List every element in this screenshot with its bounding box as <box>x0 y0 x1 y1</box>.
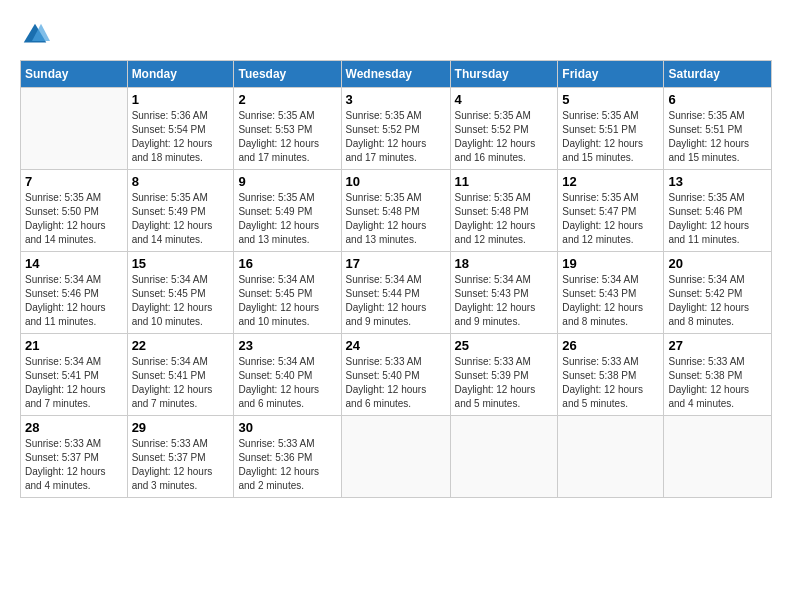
day-info: Sunrise: 5:35 AM Sunset: 5:53 PM Dayligh… <box>238 109 336 165</box>
calendar-cell: 5Sunrise: 5:35 AM Sunset: 5:51 PM Daylig… <box>558 88 664 170</box>
day-info: Sunrise: 5:34 AM Sunset: 5:45 PM Dayligh… <box>132 273 230 329</box>
calendar-cell: 23Sunrise: 5:34 AM Sunset: 5:40 PM Dayli… <box>234 334 341 416</box>
calendar-cell: 24Sunrise: 5:33 AM Sunset: 5:40 PM Dayli… <box>341 334 450 416</box>
calendar-cell <box>21 88 128 170</box>
calendar-cell: 26Sunrise: 5:33 AM Sunset: 5:38 PM Dayli… <box>558 334 664 416</box>
day-info: Sunrise: 5:35 AM Sunset: 5:52 PM Dayligh… <box>455 109 554 165</box>
page-header <box>20 20 772 50</box>
day-number: 9 <box>238 174 336 189</box>
day-info: Sunrise: 5:34 AM Sunset: 5:41 PM Dayligh… <box>132 355 230 411</box>
calendar-cell: 9Sunrise: 5:35 AM Sunset: 5:49 PM Daylig… <box>234 170 341 252</box>
day-info: Sunrise: 5:35 AM Sunset: 5:51 PM Dayligh… <box>668 109 767 165</box>
calendar-cell: 16Sunrise: 5:34 AM Sunset: 5:45 PM Dayli… <box>234 252 341 334</box>
day-info: Sunrise: 5:33 AM Sunset: 5:37 PM Dayligh… <box>132 437 230 493</box>
calendar-cell <box>341 416 450 498</box>
calendar-cell: 21Sunrise: 5:34 AM Sunset: 5:41 PM Dayli… <box>21 334 128 416</box>
day-info: Sunrise: 5:35 AM Sunset: 5:49 PM Dayligh… <box>238 191 336 247</box>
calendar-week-5: 28Sunrise: 5:33 AM Sunset: 5:37 PM Dayli… <box>21 416 772 498</box>
day-info: Sunrise: 5:35 AM Sunset: 5:48 PM Dayligh… <box>455 191 554 247</box>
day-number: 22 <box>132 338 230 353</box>
day-info: Sunrise: 5:33 AM Sunset: 5:37 PM Dayligh… <box>25 437 123 493</box>
day-number: 4 <box>455 92 554 107</box>
calendar-cell <box>450 416 558 498</box>
calendar-header-row: SundayMondayTuesdayWednesdayThursdayFrid… <box>21 61 772 88</box>
calendar-cell: 4Sunrise: 5:35 AM Sunset: 5:52 PM Daylig… <box>450 88 558 170</box>
calendar-cell: 12Sunrise: 5:35 AM Sunset: 5:47 PM Dayli… <box>558 170 664 252</box>
day-info: Sunrise: 5:34 AM Sunset: 5:46 PM Dayligh… <box>25 273 123 329</box>
calendar-week-3: 14Sunrise: 5:34 AM Sunset: 5:46 PM Dayli… <box>21 252 772 334</box>
day-number: 8 <box>132 174 230 189</box>
day-info: Sunrise: 5:34 AM Sunset: 5:43 PM Dayligh… <box>455 273 554 329</box>
calendar-cell: 30Sunrise: 5:33 AM Sunset: 5:36 PM Dayli… <box>234 416 341 498</box>
day-info: Sunrise: 5:34 AM Sunset: 5:43 PM Dayligh… <box>562 273 659 329</box>
day-number: 25 <box>455 338 554 353</box>
calendar-cell: 19Sunrise: 5:34 AM Sunset: 5:43 PM Dayli… <box>558 252 664 334</box>
calendar-cell: 1Sunrise: 5:36 AM Sunset: 5:54 PM Daylig… <box>127 88 234 170</box>
day-info: Sunrise: 5:34 AM Sunset: 5:45 PM Dayligh… <box>238 273 336 329</box>
day-number: 26 <box>562 338 659 353</box>
day-info: Sunrise: 5:35 AM Sunset: 5:47 PM Dayligh… <box>562 191 659 247</box>
day-number: 19 <box>562 256 659 271</box>
day-info: Sunrise: 5:33 AM Sunset: 5:38 PM Dayligh… <box>668 355 767 411</box>
calendar: SundayMondayTuesdayWednesdayThursdayFrid… <box>20 60 772 498</box>
day-info: Sunrise: 5:33 AM Sunset: 5:38 PM Dayligh… <box>562 355 659 411</box>
day-number: 7 <box>25 174 123 189</box>
calendar-cell: 13Sunrise: 5:35 AM Sunset: 5:46 PM Dayli… <box>664 170 772 252</box>
calendar-cell: 8Sunrise: 5:35 AM Sunset: 5:49 PM Daylig… <box>127 170 234 252</box>
day-number: 16 <box>238 256 336 271</box>
day-info: Sunrise: 5:35 AM Sunset: 5:46 PM Dayligh… <box>668 191 767 247</box>
day-number: 15 <box>132 256 230 271</box>
day-info: Sunrise: 5:35 AM Sunset: 5:51 PM Dayligh… <box>562 109 659 165</box>
day-number: 1 <box>132 92 230 107</box>
calendar-cell: 22Sunrise: 5:34 AM Sunset: 5:41 PM Dayli… <box>127 334 234 416</box>
day-number: 10 <box>346 174 446 189</box>
calendar-cell: 25Sunrise: 5:33 AM Sunset: 5:39 PM Dayli… <box>450 334 558 416</box>
column-header-thursday: Thursday <box>450 61 558 88</box>
calendar-cell: 15Sunrise: 5:34 AM Sunset: 5:45 PM Dayli… <box>127 252 234 334</box>
day-number: 21 <box>25 338 123 353</box>
calendar-week-2: 7Sunrise: 5:35 AM Sunset: 5:50 PM Daylig… <box>21 170 772 252</box>
day-number: 6 <box>668 92 767 107</box>
day-info: Sunrise: 5:35 AM Sunset: 5:49 PM Dayligh… <box>132 191 230 247</box>
column-header-wednesday: Wednesday <box>341 61 450 88</box>
day-number: 24 <box>346 338 446 353</box>
column-header-tuesday: Tuesday <box>234 61 341 88</box>
day-info: Sunrise: 5:34 AM Sunset: 5:44 PM Dayligh… <box>346 273 446 329</box>
calendar-cell: 14Sunrise: 5:34 AM Sunset: 5:46 PM Dayli… <box>21 252 128 334</box>
day-info: Sunrise: 5:34 AM Sunset: 5:42 PM Dayligh… <box>668 273 767 329</box>
day-info: Sunrise: 5:33 AM Sunset: 5:36 PM Dayligh… <box>238 437 336 493</box>
day-number: 2 <box>238 92 336 107</box>
day-number: 23 <box>238 338 336 353</box>
day-number: 30 <box>238 420 336 435</box>
calendar-week-4: 21Sunrise: 5:34 AM Sunset: 5:41 PM Dayli… <box>21 334 772 416</box>
calendar-cell: 3Sunrise: 5:35 AM Sunset: 5:52 PM Daylig… <box>341 88 450 170</box>
column-header-friday: Friday <box>558 61 664 88</box>
column-header-monday: Monday <box>127 61 234 88</box>
calendar-cell: 2Sunrise: 5:35 AM Sunset: 5:53 PM Daylig… <box>234 88 341 170</box>
logo-icon <box>20 20 50 50</box>
day-info: Sunrise: 5:33 AM Sunset: 5:40 PM Dayligh… <box>346 355 446 411</box>
logo <box>20 20 52 50</box>
day-info: Sunrise: 5:34 AM Sunset: 5:40 PM Dayligh… <box>238 355 336 411</box>
calendar-cell: 17Sunrise: 5:34 AM Sunset: 5:44 PM Dayli… <box>341 252 450 334</box>
day-info: Sunrise: 5:36 AM Sunset: 5:54 PM Dayligh… <box>132 109 230 165</box>
day-info: Sunrise: 5:35 AM Sunset: 5:48 PM Dayligh… <box>346 191 446 247</box>
calendar-cell: 6Sunrise: 5:35 AM Sunset: 5:51 PM Daylig… <box>664 88 772 170</box>
calendar-cell: 11Sunrise: 5:35 AM Sunset: 5:48 PM Dayli… <box>450 170 558 252</box>
calendar-cell: 27Sunrise: 5:33 AM Sunset: 5:38 PM Dayli… <box>664 334 772 416</box>
day-number: 13 <box>668 174 767 189</box>
day-number: 11 <box>455 174 554 189</box>
column-header-sunday: Sunday <box>21 61 128 88</box>
day-number: 3 <box>346 92 446 107</box>
day-info: Sunrise: 5:34 AM Sunset: 5:41 PM Dayligh… <box>25 355 123 411</box>
day-number: 20 <box>668 256 767 271</box>
calendar-cell: 29Sunrise: 5:33 AM Sunset: 5:37 PM Dayli… <box>127 416 234 498</box>
calendar-cell <box>558 416 664 498</box>
day-number: 28 <box>25 420 123 435</box>
calendar-cell: 20Sunrise: 5:34 AM Sunset: 5:42 PM Dayli… <box>664 252 772 334</box>
day-number: 14 <box>25 256 123 271</box>
day-info: Sunrise: 5:33 AM Sunset: 5:39 PM Dayligh… <box>455 355 554 411</box>
day-number: 27 <box>668 338 767 353</box>
day-number: 29 <box>132 420 230 435</box>
calendar-cell <box>664 416 772 498</box>
